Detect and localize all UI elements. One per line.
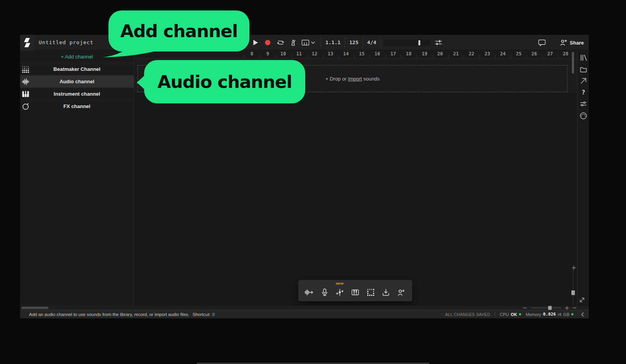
settings-button[interactable] (578, 98, 589, 110)
midi-button[interactable] (578, 110, 589, 122)
status-hint-text: Add an audio channel to use sounds from … (29, 312, 189, 317)
collapse-chevron-left-icon[interactable] (580, 312, 585, 317)
dock-import-button[interactable] (379, 285, 392, 299)
vertical-zoom-track (573, 266, 573, 306)
time-signature-value[interactable]: 4/4 (363, 35, 380, 50)
channel-label: FX channel (31, 103, 134, 109)
toolbar-separator (380, 37, 381, 48)
callout-add-channel-text: Add channel (108, 10, 249, 52)
project-title[interactable]: Untitled project (39, 35, 93, 50)
vertical-zoom-handle[interactable] (571, 290, 575, 295)
loop-button[interactable] (274, 35, 287, 50)
microphone-icon (320, 288, 329, 297)
add-channel-dock: NEW (298, 280, 412, 301)
memory-label: Memory (526, 312, 541, 317)
master-volume-slider[interactable] (384, 39, 430, 46)
dock-invite-button[interactable] (395, 285, 408, 299)
ruler-tick: 11 (291, 51, 307, 57)
chat-icon (538, 38, 546, 47)
plus-icon (572, 266, 576, 270)
metronome-button[interactable] (287, 35, 299, 50)
sidebar-item-audio-channel[interactable]: Audio channel (20, 75, 134, 88)
ruler-tick: 28 (558, 51, 573, 57)
beatmaker-grid-icon (20, 65, 31, 73)
ruler-tick: 15 (354, 51, 370, 57)
record-icon (265, 39, 271, 46)
ruler-tick: 26 (526, 51, 542, 57)
count-in-menu-button[interactable] (299, 35, 317, 50)
ruler-tick: 14 (338, 51, 354, 57)
app-logo[interactable] (20, 35, 34, 50)
dock-autopitch-button[interactable] (333, 285, 346, 299)
loops-library-button[interactable] (578, 52, 589, 64)
share-button[interactable]: Share (570, 40, 584, 46)
channel-label: Audio channel (31, 79, 134, 84)
status-bar: Add an audio channel to use sounds from … (20, 310, 589, 318)
vertical-zoom-in-button[interactable] (572, 266, 576, 270)
help-button[interactable]: ? (578, 87, 589, 98)
volume-slider-handle[interactable] (418, 40, 420, 45)
new-badge: NEW (336, 282, 344, 285)
sidebar-item-beatmaker-channel[interactable]: Beatmaker Channel (20, 63, 134, 75)
piano-icon (20, 90, 31, 98)
ruler-tick: 21 (448, 51, 464, 57)
folder-icon (579, 65, 588, 74)
playhead-position[interactable]: 1.1.1 (321, 35, 345, 50)
memory-indicator: Memory 0.026 /4 GB (526, 312, 573, 317)
cpu-indicator: CPU OK (500, 312, 521, 317)
page-background: Untitled project (0, 0, 626, 364)
import-link[interactable]: import (348, 76, 362, 82)
fullscreen-expand-button[interactable] (578, 296, 586, 304)
dock-instrument-button[interactable] (349, 285, 362, 299)
shortcut-label: Shortcut: (193, 312, 210, 317)
ruler-tick: 23 (480, 51, 495, 57)
dock-beatmaker-button[interactable] (364, 285, 377, 299)
ruler-tick: 24 (495, 51, 511, 57)
sidebar-item-fx-channel[interactable]: FX channel (20, 100, 134, 112)
sidebar-horizontal-scrollbar[interactable] (21, 307, 48, 309)
dock-record-mic-button[interactable] (318, 285, 331, 299)
piano-small-icon (301, 38, 310, 47)
drop-text-prefix: + Drop or (325, 76, 348, 82)
metronome-icon (289, 38, 297, 47)
memory-status-dot (571, 313, 573, 315)
soundtrap-logo-icon (23, 38, 31, 48)
horizontal-zoom-slider[interactable] (530, 307, 561, 308)
memory-value: 0.026 (543, 312, 556, 317)
dock-audio-channel-button[interactable] (303, 285, 316, 299)
chevron-down-icon (311, 41, 315, 45)
mixer-settings-button[interactable] (432, 35, 445, 50)
audio-waveform-icon (304, 288, 313, 297)
ruler-tick: 9 (260, 51, 275, 57)
all-changes-saved-text: ALL CHANGES SAVED (445, 312, 490, 317)
tempo-value[interactable]: 125 (345, 35, 363, 50)
ruler-tick: 25 (511, 51, 526, 57)
horizontal-zoom-handle[interactable] (548, 306, 552, 310)
status-separator (495, 312, 495, 317)
beatmaker-grid-icon (366, 288, 375, 296)
chat-button[interactable] (536, 35, 548, 50)
ruler-tick: 18 (401, 51, 416, 57)
help-icon: ? (582, 89, 585, 96)
bottom-edge-highlight (197, 363, 429, 364)
record-button[interactable] (261, 35, 274, 50)
export-button[interactable] (578, 75, 589, 87)
sidebar-item-instrument-channel[interactable]: Instrument channel (20, 88, 134, 100)
zoom-out-icon[interactable] (523, 306, 527, 310)
cpu-label: CPU (500, 312, 509, 317)
ruler-tick: 19 (417, 51, 432, 57)
autopitch-slider-icon (335, 288, 344, 297)
zoom-in-icon[interactable] (565, 306, 569, 310)
right-tool-panel: ? (577, 50, 589, 306)
vertical-scrollbar[interactable] (572, 52, 574, 74)
vertical-zoom-out-icon[interactable] (573, 306, 576, 310)
cpu-value: OK (511, 312, 518, 317)
piano-icon (351, 288, 359, 297)
play-icon (253, 39, 258, 46)
callout-audio-channel-text: Audio channel (144, 60, 305, 103)
ruler-tick: 13 (323, 51, 338, 57)
files-button[interactable] (578, 64, 589, 75)
share-person-icon (560, 38, 568, 47)
ruler-tick: 17 (385, 51, 401, 57)
import-download-icon (382, 288, 390, 297)
